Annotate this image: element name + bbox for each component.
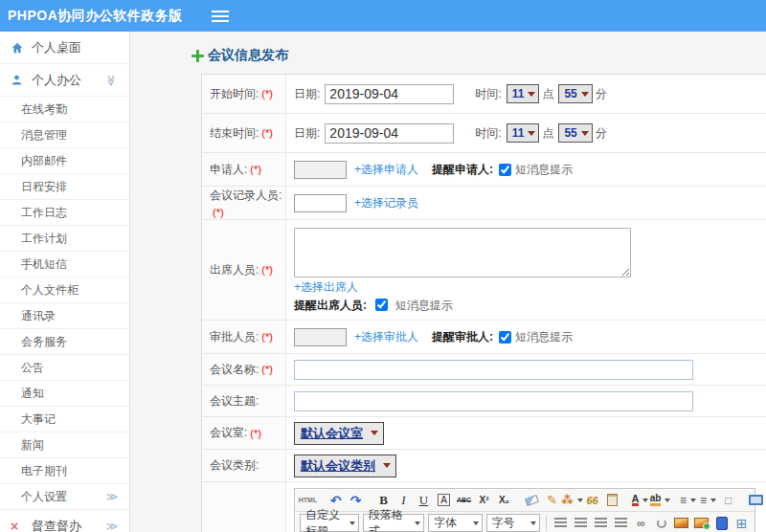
approver-sms-checkbox[interactable] xyxy=(499,331,511,344)
align-center-button[interactable] xyxy=(572,514,590,532)
sidebar-item-公告[interactable]: 公告 xyxy=(0,355,129,381)
eraser-button[interactable] xyxy=(523,491,541,509)
font-border-button[interactable]: A xyxy=(435,491,453,509)
ordered-list-button[interactable]: ≡ xyxy=(679,491,697,509)
menu-hamburger-icon[interactable] xyxy=(212,15,229,17)
sidebar-item-label: 督查督办 xyxy=(32,518,81,532)
field-label: 会议主题: xyxy=(210,393,259,410)
sidebar-item-个人文件柜[interactable]: 个人文件柜 xyxy=(0,277,129,303)
custom-title-select[interactable]: 自定义标题 xyxy=(300,514,359,532)
sidebar-item-手机短信[interactable]: 手机短信 xyxy=(0,252,129,277)
plus-icon xyxy=(192,50,204,62)
insert-table-button[interactable]: ⊞ xyxy=(732,514,751,532)
redo-icon: ↷ xyxy=(350,493,362,508)
sidebar-item-消息管理[interactable]: 消息管理 xyxy=(0,122,129,148)
form-row-meeting-room: 会议室: (*) 默认会议室 xyxy=(202,417,766,450)
recorder-input[interactable] xyxy=(294,194,347,212)
anchor-button[interactable] xyxy=(652,514,670,532)
font-family-select[interactable]: 字体 xyxy=(428,514,483,532)
sidebar-item-日程安排[interactable]: 日程安排 xyxy=(0,174,129,200)
paragraph-format-select[interactable]: 段落格式 xyxy=(363,514,424,532)
link-button[interactable]: ∞ xyxy=(632,514,650,532)
end-minute-select[interactable]: 55 xyxy=(558,123,592,143)
sidebar-item-个人桌面[interactable]: 个人桌面 xyxy=(0,32,129,64)
sidebar-item-在线考勤[interactable]: 在线考勤 xyxy=(0,97,129,122)
required-mark: (*) xyxy=(250,164,261,175)
sidebar-item-工作日志[interactable]: 工作日志 xyxy=(0,200,129,226)
underline-button[interactable]: U xyxy=(415,491,433,509)
font-size-label: 字号 xyxy=(492,515,515,531)
redo-button[interactable]: ↷ xyxy=(347,491,365,509)
field-label: 会议记录人员: xyxy=(210,188,282,204)
end-hour-select[interactable]: 11 xyxy=(507,123,540,143)
chevron-double-down-icon: ≫ xyxy=(105,74,119,86)
align-justify-button[interactable] xyxy=(612,514,630,532)
start-minute-select[interactable]: 55 xyxy=(558,84,592,103)
form-row-approver: 审批人员: (*) +选择审批人 提醒审批人: 短消息提示 xyxy=(202,321,766,354)
sidebar-item-大事记[interactable]: 大事记 xyxy=(0,407,129,432)
form-row-content-editor: HTML↶↷BIUAABCX²X₂✎⁂66Aab≡≡□ 自定义标题段落格式字体字… xyxy=(202,482,766,532)
select-applicant-link[interactable]: +选择申请人 xyxy=(354,162,418,178)
meeting-room-select[interactable]: 默认会议室 xyxy=(294,422,384,445)
approver-input[interactable] xyxy=(294,328,347,346)
remind-attendees-label: 提醒出席人员: xyxy=(294,299,367,312)
format-brush-button[interactable]: ✎ xyxy=(543,491,561,509)
form-row-meeting-subject: 会议主题: xyxy=(202,386,766,417)
start-hour-select[interactable]: 11 xyxy=(507,84,540,103)
select-approver-link[interactable]: +选择审批人 xyxy=(354,329,418,345)
chevron-down-icon xyxy=(530,521,536,528)
highlight-color-button[interactable]: ab xyxy=(651,491,669,509)
sidebar-item-会务服务[interactable]: 会务服务 xyxy=(0,329,129,355)
align-left-button[interactable] xyxy=(552,514,570,532)
editor-toolbar-row1: HTML↶↷BIUAABCX²X₂✎⁂66Aab≡≡□ xyxy=(295,489,755,512)
paragraph-format-label: 段落格式 xyxy=(369,507,411,532)
insert-image-button[interactable] xyxy=(672,514,690,532)
sidebar-item-通讯录[interactable]: 通讯录 xyxy=(0,303,129,329)
applicant-input[interactable] xyxy=(294,161,347,179)
font-size-select[interactable]: 字号 xyxy=(486,514,541,532)
required-mark: (*) xyxy=(261,331,273,343)
new-page-button[interactable]: □ xyxy=(719,491,737,509)
required-mark: (*) xyxy=(261,364,273,375)
select-attendees-link[interactable]: +选择出席人 xyxy=(294,279,358,296)
underline-icon: U xyxy=(419,493,428,508)
sidebar-item-新闻[interactable]: 新闻 xyxy=(0,432,129,458)
subscript-button[interactable]: X₂ xyxy=(495,491,513,509)
meeting-type-select[interactable]: 默认会议类别 xyxy=(294,454,396,477)
attendees-textarea[interactable] xyxy=(294,228,631,277)
font-color-button[interactable]: A xyxy=(631,491,649,509)
insert-image-upload-button[interactable] xyxy=(692,514,710,532)
attendees-sms-checkbox[interactable] xyxy=(375,299,388,311)
meeting-name-input[interactable] xyxy=(294,360,693,380)
meeting-subject-input[interactable] xyxy=(294,391,693,411)
sidebar-item-通知[interactable]: 通知 xyxy=(0,381,129,407)
new-page-icon: □ xyxy=(725,494,732,507)
format-paint-button[interactable]: ⁂ xyxy=(563,491,581,509)
insert-media-button[interactable] xyxy=(712,514,731,532)
align-right-button[interactable] xyxy=(592,514,610,532)
sidebar-item-label: 日程安排 xyxy=(21,179,67,195)
sidebar-item-工作计划[interactable]: 工作计划 xyxy=(0,226,129,252)
chevron-down-icon xyxy=(383,463,391,472)
applicant-sms-checkbox[interactable] xyxy=(499,164,511,176)
paste-button[interactable] xyxy=(603,491,621,509)
blockquote-icon: 66 xyxy=(586,495,597,506)
end-date-input[interactable] xyxy=(325,123,454,144)
start-date-input[interactable] xyxy=(325,84,454,104)
sidebar-item-督查督办[interactable]: ×督查督办≫ xyxy=(0,510,129,532)
superscript-button[interactable]: X² xyxy=(475,491,493,509)
preview-button[interactable] xyxy=(747,491,765,509)
blockquote-button[interactable]: 66 xyxy=(583,491,601,509)
strikethrough-button[interactable]: ABC xyxy=(455,491,473,509)
eraser-icon xyxy=(525,495,539,506)
chevron-down-icon xyxy=(371,431,378,439)
unordered-list-button[interactable]: ≡ xyxy=(699,491,717,509)
sidebar-item-电子期刊[interactable]: 电子期刊 xyxy=(0,458,129,484)
highlight-color-icon: ab xyxy=(650,494,662,506)
chevron-double-right-icon: ≫ xyxy=(105,490,118,503)
sidebar-item-个人办公[interactable]: 个人办公≫ xyxy=(0,64,129,97)
insert-image-upload-icon xyxy=(694,518,709,528)
sidebar-item-内部邮件[interactable]: 内部邮件 xyxy=(0,148,129,174)
sidebar-item-个人设置[interactable]: 个人设置≫ xyxy=(0,484,129,510)
select-recorder-link[interactable]: +选择记录员 xyxy=(354,195,418,211)
